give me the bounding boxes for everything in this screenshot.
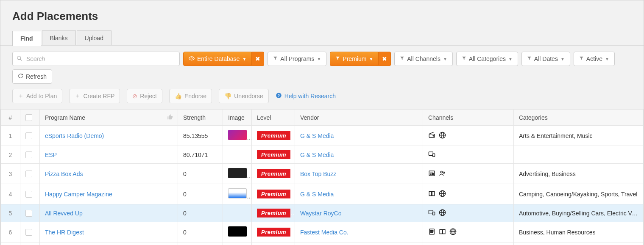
col-program[interactable]: Program Name xyxy=(40,110,178,126)
thumbs-up-icon: 👍 xyxy=(175,93,182,99)
program-link[interactable]: eSports Radio (Demo) xyxy=(45,132,104,139)
channels-cell xyxy=(423,242,514,245)
tab-blanks[interactable]: Blanks xyxy=(42,30,76,45)
vendor-cell: G & S Media xyxy=(295,126,423,146)
image-cell xyxy=(223,184,252,204)
checkbox[interactable] xyxy=(25,132,32,139)
channels-cell xyxy=(423,126,514,146)
col-channels[interactable]: Channels xyxy=(423,110,514,126)
endorse-button[interactable]: 👍 Endorse xyxy=(169,89,212,103)
filter-channels[interactable]: All Channels ▼ xyxy=(394,52,453,66)
premium-badge: Premium xyxy=(257,169,290,178)
program-thumbnail xyxy=(228,168,247,178)
col-vendor[interactable]: Vendor xyxy=(295,110,423,126)
col-image[interactable]: Image xyxy=(223,110,252,126)
table-row[interactable]: 6 The HR Digest 0 Premium Fastest Media … xyxy=(1,222,644,242)
channels-cell xyxy=(423,146,514,164)
strength-cell: 0 xyxy=(178,242,223,245)
globe-icon xyxy=(439,132,446,139)
filter-icon xyxy=(462,56,466,62)
level-cell: Premium xyxy=(252,222,295,242)
checkbox[interactable] xyxy=(25,151,32,158)
checkbox[interactable] xyxy=(25,171,32,177)
program-link[interactable]: Pizza Box Ads xyxy=(45,171,83,177)
checkbox[interactable] xyxy=(25,210,32,217)
vendor-link[interactable]: Box Top Buzz xyxy=(300,171,336,177)
vendor-link[interactable]: G & S Media xyxy=(300,151,334,158)
col-level[interactable]: Level xyxy=(252,110,295,126)
caret-icon: ▼ xyxy=(443,57,447,61)
vendor-cell: G & S Media xyxy=(295,146,423,164)
strength-cell: 85.13555 xyxy=(178,126,223,146)
col-number[interactable]: # xyxy=(1,110,20,126)
plus-icon: ＋ xyxy=(75,92,81,100)
table-row[interactable]: 7 Russkaya Reklama 0 Premium Russkaya Re… xyxy=(1,242,644,245)
level-cell: Premium xyxy=(252,146,295,164)
svg-line-21 xyxy=(20,59,22,61)
filter-categories[interactable]: All Categories ▼ xyxy=(456,52,518,66)
caret-icon: ▼ xyxy=(605,57,609,61)
checkbox[interactable] xyxy=(25,114,32,121)
filter-categories-label: All Categories xyxy=(469,55,506,62)
program-link[interactable]: ESP xyxy=(45,151,57,158)
unendorse-button[interactable]: 👎 Unendorse xyxy=(219,89,269,103)
filter-database-label: Entire Database xyxy=(197,55,240,62)
col-select-all[interactable] xyxy=(20,110,40,126)
refresh-button[interactable]: Refresh xyxy=(12,69,52,84)
table-row[interactable]: 2 ESP 80.71071 Premium G & S Media xyxy=(1,146,644,164)
program-link[interactable]: Happy Camper Magazine xyxy=(45,191,112,198)
thumbs-up-icon[interactable] xyxy=(167,114,173,121)
table-row[interactable]: 3 Pizza Box Ads 0 Premium Box Top Buzz A… xyxy=(1,164,644,184)
globe-icon xyxy=(449,228,457,235)
search-input[interactable] xyxy=(12,52,180,66)
checkbox[interactable] xyxy=(25,191,32,198)
ban-icon: ⊘ xyxy=(132,93,137,99)
row-number: 2 xyxy=(1,146,20,164)
reject-button[interactable]: ⊘ Reject xyxy=(127,89,162,103)
filter-programs[interactable]: All Programs ▼ xyxy=(268,52,326,66)
caret-icon: ▼ xyxy=(560,57,565,61)
placements-table: # Program Name Strength Image Level Vend… xyxy=(0,109,644,245)
image-cell xyxy=(223,164,252,184)
program-link[interactable]: The HR Digest xyxy=(45,229,84,236)
close-icon: ✖ xyxy=(255,55,260,62)
vendor-link[interactable]: G & S Media xyxy=(300,132,334,139)
vendor-link[interactable]: G & S Media xyxy=(300,191,334,198)
filter-active[interactable]: Active ▼ xyxy=(574,52,615,66)
unendorse-label: Unendorse xyxy=(234,93,263,99)
clear-premium[interactable]: ✖ xyxy=(379,52,391,66)
program-cell: Pizza Box Ads xyxy=(40,164,178,184)
categories-cell: Arts & Entertainment, Business, News, Re… xyxy=(514,242,644,245)
strength-cell: 0 xyxy=(178,222,223,242)
add-to-plan-button[interactable]: ＋ Add to Plan xyxy=(12,89,62,103)
help-link[interactable]: ? Help with Research xyxy=(276,92,336,100)
strength-cell: 80.71071 xyxy=(178,146,223,164)
row-checkbox-cell xyxy=(20,242,40,245)
checkbox[interactable] xyxy=(25,229,32,236)
row-number: 6 xyxy=(1,222,20,242)
filter-premium[interactable]: Premium ▼ xyxy=(330,52,379,66)
filter-dates[interactable]: All Dates ▼ xyxy=(521,52,570,66)
table-row[interactable]: 1 eSports Radio (Demo) 85.13555 Premium … xyxy=(1,126,644,146)
globe-icon xyxy=(439,209,446,216)
create-rfp-button[interactable]: ＋ Create RFP xyxy=(69,89,120,103)
tab-find[interactable]: Find xyxy=(12,31,41,46)
thumbs-down-icon: 👎 xyxy=(224,93,231,99)
strength-cell: 0 xyxy=(178,184,223,204)
devices-icon xyxy=(428,209,435,216)
row-number: 1 xyxy=(1,126,20,146)
clear-database[interactable]: ✖ xyxy=(252,52,264,66)
col-categories[interactable]: Categories xyxy=(514,110,644,126)
col-strength[interactable]: Strength xyxy=(178,110,223,126)
program-link[interactable]: All Revved Up xyxy=(45,210,83,217)
premium-badge: Premium xyxy=(257,228,290,237)
filter-icon xyxy=(579,56,584,62)
page-title: Add Placements xyxy=(0,0,644,30)
plus-icon: ＋ xyxy=(18,92,24,100)
vendor-link[interactable]: Fastest Media Co. xyxy=(300,229,348,236)
filter-database[interactable]: Entire Database ▼ xyxy=(183,52,252,66)
tab-upload[interactable]: Upload xyxy=(77,30,112,45)
table-row[interactable]: 5 All Revved Up 0 Premium Waystar RoyCo … xyxy=(1,204,644,222)
vendor-link[interactable]: Waystar RoyCo xyxy=(300,210,342,217)
table-row[interactable]: 4 Happy Camper Magazine 0 Premium G & S … xyxy=(1,184,644,204)
